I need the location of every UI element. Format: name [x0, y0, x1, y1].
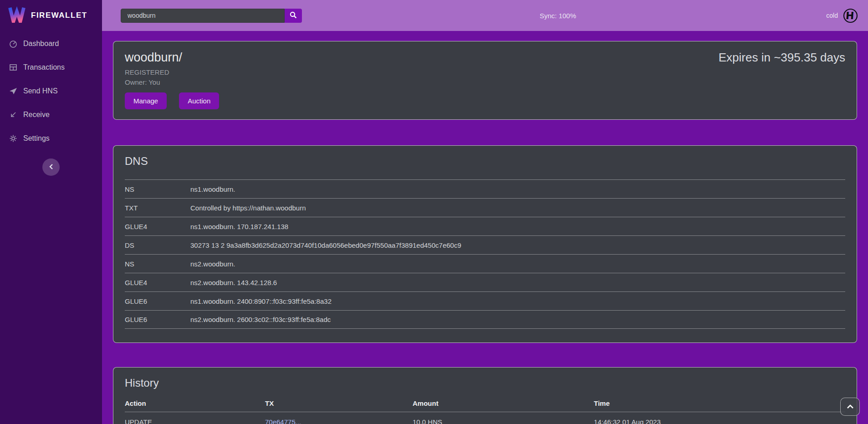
brand: FIREWALLET: [0, 0, 102, 31]
search-input[interactable]: [121, 9, 285, 23]
domain-status: REGISTERED: [125, 68, 845, 76]
receive-arrow-icon: [9, 111, 17, 119]
dns-record-row: NS ns1.woodburn.: [125, 179, 845, 198]
history-header-row: Action TX Amount Time: [125, 395, 845, 412]
dns-title: DNS: [125, 155, 845, 168]
scroll-to-top-button[interactable]: [840, 398, 860, 416]
dns-record-type: NS: [125, 260, 190, 268]
dns-record-value: Controlled by https://nathan.woodburn: [190, 204, 845, 212]
dns-record-row: GLUE6 ns1.woodburn. 2400:8907::f03c:93ff…: [125, 291, 845, 310]
sidebar-item-label: Settings: [23, 134, 50, 143]
svg-text:H: H: [845, 10, 854, 21]
manage-button[interactable]: Manage: [125, 92, 167, 109]
history-col-tx: TX: [265, 399, 413, 407]
dns-record-value: ns1.woodburn.: [190, 185, 845, 193]
history-col-time: Time: [594, 399, 845, 407]
wallet-area[interactable]: cold H: [826, 8, 858, 23]
dns-record-row: GLUE4 ns1.woodburn. 170.187.241.138: [125, 217, 845, 235]
history-amount: 10.0 HNS: [413, 418, 594, 424]
dns-record-value: ns1.woodburn. 2400:8907::f03c:93ff:fe5a:…: [190, 297, 845, 305]
dns-record-row: GLUE6 ns2.woodburn. 2600:3c02::f03c:93ff…: [125, 310, 845, 329]
handshake-icon: H: [843, 8, 858, 23]
history-time: 14:46:32 01 Aug 2023: [594, 418, 845, 424]
chevron-left-icon: [49, 163, 53, 171]
dns-record-value: ns2.woodburn. 2600:3c02::f03c:93ff:fe5a:…: [190, 316, 845, 323]
dns-record-type: GLUE4: [125, 223, 190, 230]
wallet-name: cold: [826, 12, 838, 19]
history-title: History: [125, 377, 845, 389]
history-row: UPDATE 70e64775... 10.0 HNS 14:46:32 01 …: [125, 412, 845, 424]
history-col-amount: Amount: [413, 399, 594, 407]
sidebar-item-label: Transactions: [23, 63, 65, 72]
sidebar-item-label: Send HNS: [23, 87, 58, 95]
domain-owner: Owner: You: [125, 78, 845, 86]
history-action: UPDATE: [125, 418, 265, 424]
dns-record-row: NS ns2.woodburn.: [125, 254, 845, 273]
dns-record-value: ns1.woodburn. 170.187.241.138: [190, 223, 845, 230]
dns-record-type: GLUE6: [125, 316, 190, 323]
dns-record-row: GLUE4 ns2.woodburn. 143.42.128.6: [125, 273, 845, 291]
sidebar-item-settings[interactable]: Settings: [0, 127, 102, 150]
sidebar-item-receive[interactable]: Receive: [0, 103, 102, 127]
sidebar-item-label: Receive: [23, 111, 50, 119]
dns-record-type: TXT: [125, 204, 190, 212]
sidebar: FIREWALLET Dashboard Transactions Send H…: [0, 0, 102, 424]
domain-card: woodburn/ Expires in ~395.35 days REGIST…: [113, 41, 857, 120]
firewallet-w-logo-icon: [8, 6, 26, 25]
sync-status: Sync: 100%: [540, 12, 576, 20]
dns-record-type: DS: [125, 241, 190, 249]
search-icon: [290, 11, 297, 20]
dns-record-row: TXT Controlled by https://nathan.woodbur…: [125, 198, 845, 217]
dns-record-row: DS 30273 13 2 9a3a8fb3d625d2a2073d740f10…: [125, 235, 845, 254]
main-content: woodburn/ Expires in ~395.35 days REGIST…: [102, 31, 868, 424]
sidebar-item-send-hns[interactable]: Send HNS: [0, 79, 102, 103]
auction-button[interactable]: Auction: [179, 92, 219, 109]
dns-record-type: GLUE4: [125, 279, 190, 286]
sidebar-item-dashboard[interactable]: Dashboard: [0, 32, 102, 56]
search-button[interactable]: [285, 9, 302, 23]
send-paper-plane-icon: [9, 87, 17, 95]
settings-gear-icon: [9, 134, 17, 143]
domain-title: woodburn/: [125, 51, 182, 65]
dns-record-type: NS: [125, 185, 190, 193]
domain-expiry: Expires in ~395.35 days: [719, 51, 845, 65]
sidebar-item-label: Dashboard: [23, 40, 59, 48]
dns-record-value: ns2.woodburn.: [190, 260, 845, 268]
sidebar-item-transactions[interactable]: Transactions: [0, 56, 102, 79]
dashboard-gauge-icon: [9, 40, 17, 48]
tx-link[interactable]: 70e64775...: [265, 418, 301, 424]
transactions-table-icon: [9, 63, 17, 72]
sidebar-collapse-button[interactable]: [42, 158, 60, 176]
history-col-action: Action: [125, 399, 265, 407]
history-card: History Action TX Amount Time UPDATE 70e…: [113, 367, 857, 424]
dns-record-value: 30273 13 2 9a3a8fb3d625d2a2073d740f10da6…: [190, 241, 845, 249]
dns-record-type: GLUE6: [125, 297, 190, 305]
sidebar-nav: Dashboard Transactions Send HNS Receive: [0, 31, 102, 150]
brand-name: FIREWALLET: [31, 11, 87, 20]
dns-card: DNS NS ns1.woodburn. TXT Controlled by h…: [113, 145, 857, 343]
chevron-up-icon: [847, 404, 854, 410]
top-header: Sync: 100% cold H: [102, 0, 868, 31]
search-bar: [121, 9, 302, 23]
dns-record-value: ns2.woodburn. 143.42.128.6: [190, 279, 845, 286]
dns-table: NS ns1.woodburn. TXT Controlled by https…: [125, 179, 845, 329]
